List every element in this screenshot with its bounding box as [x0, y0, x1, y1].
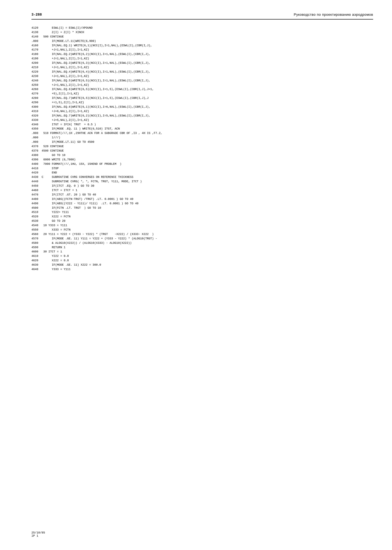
code-line: 4580 & ALOG10(X222)) / (ALOG10(X333) - A… — [31, 241, 373, 245]
code-line: 4420 END — [31, 171, 373, 175]
code-line: 4200 IF(NAL.EQ.3)WRITE(6,3)(NCC(I),I=1,N… — [31, 61, 373, 65]
page-footer: 25/10/85 lP 1 — [31, 531, 45, 537]
code-line: 4510 Y222= Y111 — [31, 210, 373, 214]
code-line: 4310 +J=6,NAL),Z(I),I=1,KZ) — [31, 109, 373, 114]
code-line: 4340 ITGT = IFIX( TRGT + 0.5 ) — [31, 122, 373, 127]
code-line: 4350 IF(MODE .EQ. 11 ) WRITE(6,510) ITGT… — [31, 127, 373, 131]
code-line: 4370 520 CONTINUE — [31, 144, 373, 149]
code-line: 4330 +J=5,NAL),Z(I),I=1,KZ) — [31, 118, 373, 122]
code-content: 4120 ESWL(I) = ESWL(I)/XPOUND4130 Z(I) =… — [31, 26, 373, 271]
code-line: 4530 GO TO 20 — [31, 219, 373, 223]
code-line: 4460 ITCT = ITCT + 1 — [31, 188, 373, 193]
code-line: 4280 IF(NAL.EQ.7)WRITE(6,5)(NCC(I),I=1,5… — [31, 96, 373, 100]
code-line: 4390 6000 WRITE (6,7000) — [31, 157, 373, 162]
page-header: 3-288 Руководство по проектированию аэро… — [31, 13, 373, 20]
code-line: 4220 IF(NAL.EQ.4)WRITE(6,4)(NCC(I),I=1,N… — [31, 70, 373, 74]
code-line: 4190 +J=1,NAL),Z(I),I=1,KZ) — [31, 57, 373, 61]
footer-page: lP 1 — [31, 534, 45, 537]
code-line: 4620 X222 = 0.0 — [31, 258, 373, 263]
code-line: 4430 C SUBROUTINE CVRG CONVERGES ON REFE… — [31, 175, 373, 179]
page-title: Руководство по проектированию аэродромов — [294, 13, 373, 17]
code-line: .000 1///) — [31, 136, 373, 140]
code-line: 4240 IF(NAL.EQ.5)WRITE(6,5)(NCC(I),I=1,N… — [31, 79, 373, 83]
code-line: 4540 10 Y333 = Y111 — [31, 223, 373, 228]
code-line: 4520 X222 = FCTN — [31, 214, 373, 219]
code-line: 4440 SUBROUTINE CVRG( *, *, FCTN, TRGT, … — [31, 179, 373, 184]
code-line: 4410 STOP — [31, 166, 373, 171]
code-line: 4140 500 CONTINUE — [31, 35, 373, 39]
code-line: 4590 RETURN 1 — [31, 245, 373, 250]
code-line: 4180 IF(NAL.EQ.2)WRITE(6,2)(NCC(I),I=1,N… — [31, 52, 373, 57]
code-line: 4490 IF(ABS((Y222 - Y111)/ Y111) .LT. 0.… — [31, 201, 373, 206]
code-line: 4480 IF(ABS((FCTN-TRGT) /TRGT) .LT. 0.00… — [31, 197, 373, 201]
code-line: 4260 IF(NAL.EQ.6)WRITE(6,5)(NCC(I),I=1,5… — [31, 87, 373, 92]
code-line: 4300 IF(NAL.EQ.6)WRITE(6,1)(NCC(I),I=6,N… — [31, 105, 373, 109]
code-line: 4570 IF(MODE .GE. 11) Y111 = Y222 + (Y33… — [31, 236, 373, 241]
code-line: 4380 GO TO 10 — [31, 153, 373, 157]
code-line: 4160 IF(NAL.EQ.1) WRITE(6,1)(NCC(I),I=1,… — [31, 43, 373, 48]
code-line: 4210 +J=1,NAL),Z(I),I=1,KZ) — [31, 65, 373, 70]
code-line: 4470 IF(ITCT .GT. 20 ) GO TO 40 — [31, 193, 373, 197]
code-line: 4610 Y222 = 0.0 — [31, 254, 373, 258]
code-line: 4600 30 ITCT = 1 — [31, 250, 373, 254]
code-line: 4130 Z(I) = Z(I) * XINCH — [31, 30, 373, 35]
code-line: 4270 +5),Z(I),I=1,KZ) — [31, 92, 373, 96]
code-line: 4450 IF(ITCT .EQ. 0 ) GO TO 30 — [31, 184, 373, 188]
code-line: 4290 +=1,5),Z(I),I=1,KZ) — [31, 100, 373, 105]
code-line: 4560 20 Y111 = Y222 + (Y333 - Y222) * (T… — [31, 232, 373, 236]
code-line: 4550 X333 = FCTN — [31, 228, 373, 232]
code-line: .000 IF(MODE.LT.11)WRITE(6,900) — [31, 39, 373, 43]
code-line: 4320 IF(NAL.EQ.7)WRITE(6,2)(NCC(I),I=5,N… — [31, 114, 373, 118]
code-line: 4170 +J=1,NAL),Z(I),I=1,KZ) — [31, 48, 373, 52]
code-line: 4250 +J=1,NAL),Z(I),I=1,KZ) — [31, 83, 373, 87]
footer-date: 25/10/85 — [31, 531, 45, 534]
code-line: 4370 4500 CONTINUE — [31, 149, 373, 153]
page-ref: 3-288 — [31, 13, 42, 17]
code-line: 4400 7000 FORMAT(///,1HU, 15X, 15HEND OF… — [31, 162, 373, 166]
code-line: 4120 ESWL(I) = ESWL(I)/XPOUND — [31, 26, 373, 30]
code-line: 4500 IF(FCTN .LT. TRGT ) GO TO 10 — [31, 206, 373, 210]
code-line: 4640 Y333 = Y111 — [31, 267, 373, 271]
code-line: 4230 +J=1,NAL),Z(I),I=1,KZ) — [31, 74, 373, 79]
code-line: 4630 IF(MODE .GE. 11) X222 = 300.0 — [31, 263, 373, 267]
code-line: .000 IF(MODE.LT.11) GO TO 4500 — [31, 140, 373, 144]
code-line: .000 510 FORMAT(///,1H ,29HTHE ACN FOR A… — [31, 131, 373, 136]
page: 3-288 Руководство по проектированию аэро… — [0, 0, 392, 550]
